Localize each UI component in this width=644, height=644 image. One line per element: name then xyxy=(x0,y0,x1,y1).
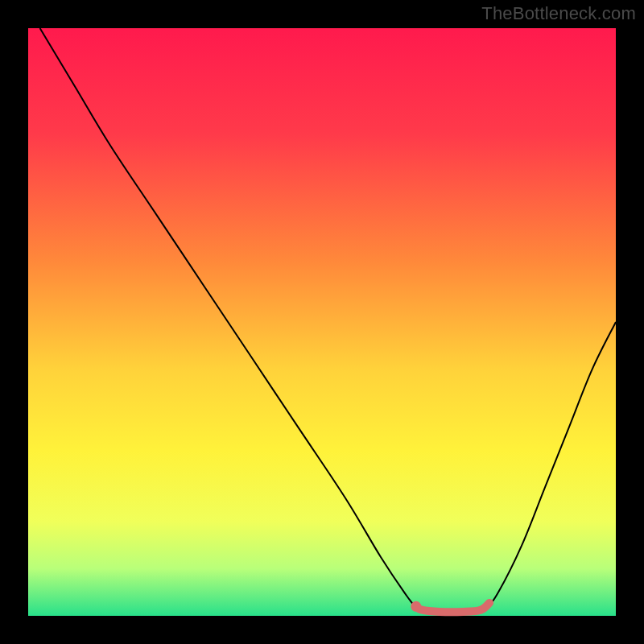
watermark-text: TheBottleneck.com xyxy=(481,3,636,24)
chart-frame: TheBottleneck.com xyxy=(0,0,644,644)
bottleneck-chart xyxy=(0,0,644,644)
plot-background xyxy=(28,28,616,616)
